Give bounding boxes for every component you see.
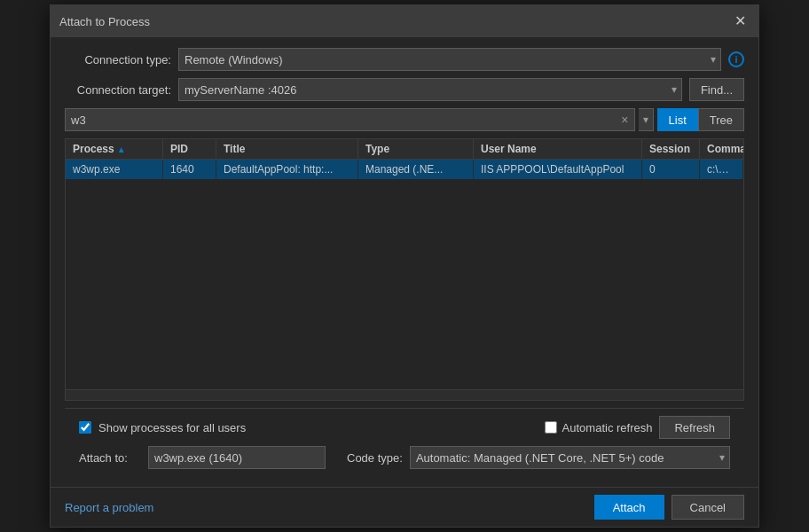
cell-type: Managed (.NE...	[358, 160, 474, 179]
connection-target-select[interactable]: myServerName :4026	[178, 78, 682, 101]
dialog-title: Attach to Process	[59, 15, 150, 28]
auto-refresh-label[interactable]: Automatic refresh	[562, 421, 653, 434]
connection-target-label: Connection target:	[65, 83, 171, 97]
footer-buttons: Attach Cancel	[594, 495, 744, 520]
attach-to-input[interactable]	[148, 446, 326, 469]
connection-type-select[interactable]: Remote (Windows)Local	[178, 48, 721, 71]
refresh-button[interactable]: Refresh	[659, 416, 730, 439]
show-all-users-checkbox[interactable]	[79, 421, 91, 434]
tree-view-button[interactable]: Tree	[698, 108, 744, 131]
view-toggle: List Tree	[657, 108, 744, 131]
connection-target-row: Connection target: myServerName :4026 Fi…	[65, 78, 744, 101]
table-header: Process ▲ PID Title Type User Name Sessi…	[66, 139, 743, 160]
table-body: w3wp.exe 1640 DefaultAppPool: http:... M…	[66, 160, 743, 389]
connection-target-select-wrapper: myServerName :4026	[178, 78, 682, 101]
attach-button[interactable]: Attach	[594, 495, 664, 520]
scroll-inner	[66, 390, 743, 391]
connection-type-select-wrapper: Remote (Windows)Local	[178, 48, 721, 71]
col-session[interactable]: Session	[642, 139, 700, 159]
process-table-container: Process ▲ PID Title Type User Name Sessi…	[65, 138, 744, 401]
table-row[interactable]: w3wp.exe 1640 DefaultAppPool: http:... M…	[66, 160, 743, 179]
cell-session: 0	[642, 160, 700, 179]
report-problem-link[interactable]: Report a problem	[65, 501, 153, 514]
refresh-row: Automatic refresh Refresh	[545, 416, 730, 439]
attach-to-row: Attach to: Code type: Automatic: Managed…	[79, 446, 730, 469]
col-process[interactable]: Process ▲	[66, 139, 163, 159]
footer: Report a problem Attach Cancel	[51, 487, 758, 527]
col-pid[interactable]: PID	[163, 139, 216, 159]
code-type-label: Code type:	[347, 451, 403, 465]
show-all-users-row: Show processes for all users	[79, 421, 246, 434]
cell-process: w3wp.exe	[66, 160, 163, 179]
cell-cmdline: c:\windows\system	[700, 160, 743, 179]
filter-input-wrapper: ×	[65, 108, 635, 131]
col-username[interactable]: User Name	[474, 139, 642, 159]
bottom-bar: Show processes for all users Automatic r…	[65, 408, 744, 476]
show-all-users-label[interactable]: Show processes for all users	[98, 421, 246, 434]
auto-refresh-row: Automatic refresh	[545, 421, 653, 434]
filter-input[interactable]	[66, 111, 616, 129]
info-icon[interactable]: i	[728, 51, 744, 67]
list-view-button[interactable]: List	[657, 108, 698, 131]
attach-to-label: Attach to:	[79, 451, 141, 465]
find-button[interactable]: Find...	[689, 78, 744, 101]
cancel-button[interactable]: Cancel	[672, 495, 744, 520]
cell-pid: 1640	[163, 160, 216, 179]
code-type-select[interactable]: Automatic: Managed (.NET Core, .NET 5+) …	[410, 446, 730, 469]
filter-clear-button[interactable]: ×	[616, 113, 633, 126]
cell-username: IIS APPPOOL\DefaultAppPool	[474, 160, 642, 179]
title-bar: Attach to Process ✕	[51, 5, 758, 37]
code-type-select-wrapper: Automatic: Managed (.NET Core, .NET 5+) …	[410, 446, 730, 469]
filter-dropdown-button[interactable]: ▾	[639, 108, 654, 131]
connection-type-row: Connection type: Remote (Windows)Local i	[65, 48, 744, 71]
connection-type-label: Connection type:	[65, 53, 171, 66]
col-cmdline[interactable]: Command Line	[700, 139, 744, 159]
filter-row: × ▾ List Tree	[65, 108, 744, 131]
horizontal-scrollbar[interactable]	[66, 389, 743, 400]
col-type[interactable]: Type	[358, 139, 474, 159]
sort-arrow: ▲	[117, 145, 126, 154]
close-button[interactable]: ✕	[731, 14, 750, 28]
auto-refresh-checkbox[interactable]	[545, 421, 557, 434]
col-title[interactable]: Title	[216, 139, 358, 159]
cell-title: DefaultAppPool: http:...	[216, 160, 358, 179]
dialog-content: Connection type: Remote (Windows)Local i…	[51, 37, 758, 487]
attach-to-process-dialog: Attach to Process ✕ Connection type: Rem…	[50, 4, 759, 528]
